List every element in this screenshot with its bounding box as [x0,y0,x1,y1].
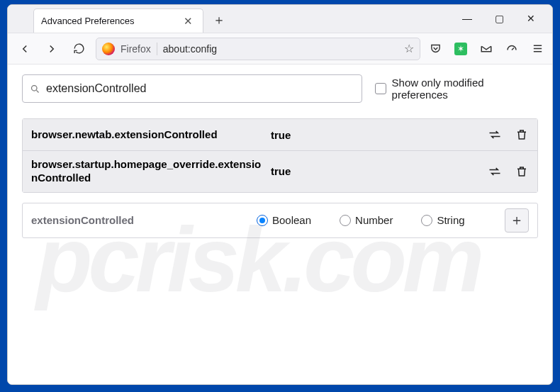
firefox-logo-icon [102,43,115,55]
radio-boolean-label: Boolean [272,214,311,226]
pref-value: true [271,129,482,141]
evernote-icon[interactable]: ✶ [453,41,469,57]
pref-search-input[interactable]: extensionControlled [22,74,362,103]
search-icon [30,84,40,94]
show-only-modified-label: Show only modified preferences [392,77,538,101]
mail-icon[interactable] [478,41,494,57]
pref-value: true [271,165,482,177]
window-controls: — ▢ ✕ [458,10,552,33]
radio-boolean[interactable]: Boolean [257,214,311,226]
add-pref-button[interactable]: ＋ [505,208,529,233]
type-radios: Boolean Number String [257,214,465,226]
pref-name: browser.newtab.extensionControlled [31,128,265,142]
reload-button[interactable] [69,39,89,59]
tabs-area: Advanced Preferences ✕ ＋ [8,9,458,33]
tab-active[interactable]: Advanced Preferences ✕ [33,9,203,33]
radio-number-label: Number [355,214,393,226]
radio-icon [421,215,432,226]
pref-name: browser.startup.homepage_override.extens… [31,158,265,185]
url-bar[interactable]: Firefox about:config ☆ [96,38,420,60]
toolbar-right: ✶ [427,41,545,57]
delete-icon[interactable] [515,164,529,179]
urlbar-brand: Firefox [121,43,151,55]
checkbox-icon [375,83,386,94]
svg-point-0 [32,85,38,91]
delete-icon[interactable] [515,128,529,142]
tab-title: Advanced Preferences [41,16,135,26]
minimize-button[interactable]: — [458,10,476,27]
radio-icon [340,215,351,226]
nav-toolbar: Firefox about:config ☆ ✶ [8,33,552,65]
new-tab-button[interactable]: ＋ [209,10,229,30]
maximize-button[interactable]: ▢ [491,10,508,27]
urlbar-address: about:config [163,43,398,55]
close-window-button[interactable]: ✕ [522,10,539,27]
forward-button[interactable] [42,39,62,59]
pref-row-actions [488,128,529,142]
new-pref-name: extensionControlled [31,214,244,226]
radio-string-label: String [437,214,464,226]
search-text: extensionControlled [46,82,146,95]
toggle-icon[interactable] [488,164,502,179]
back-button[interactable] [15,39,35,59]
app-menu-button[interactable] [530,41,545,57]
titlebar: Advanced Preferences ✕ ＋ — ▢ ✕ [8,5,552,33]
urlbar-separator [157,43,157,55]
about-config-content: extensionControlled Show only modified p… [8,65,552,384]
prefs-table: browser.newtab.extensionControlled true … [22,118,538,193]
search-row: extensionControlled Show only modified p… [22,74,538,103]
close-tab-icon[interactable]: ✕ [181,14,196,28]
dashboard-icon[interactable] [504,41,520,57]
show-only-modified-toggle[interactable]: Show only modified preferences [375,77,538,101]
radio-number[interactable]: Number [340,214,393,226]
new-pref-row: extensionControlled Boolean Number Strin… [22,203,538,238]
radio-selected-icon [257,215,268,226]
radio-string[interactable]: String [421,214,464,226]
toggle-icon[interactable] [488,128,502,142]
bookmark-star-icon[interactable]: ☆ [404,42,414,55]
pocket-icon[interactable] [427,41,443,57]
pref-row[interactable]: browser.startup.homepage_override.extens… [23,150,537,192]
pref-row[interactable]: browser.newtab.extensionControlled true [23,119,537,150]
browser-window: Advanced Preferences ✕ ＋ — ▢ ✕ Firefox a… [7,4,553,385]
pref-row-actions [488,164,529,179]
